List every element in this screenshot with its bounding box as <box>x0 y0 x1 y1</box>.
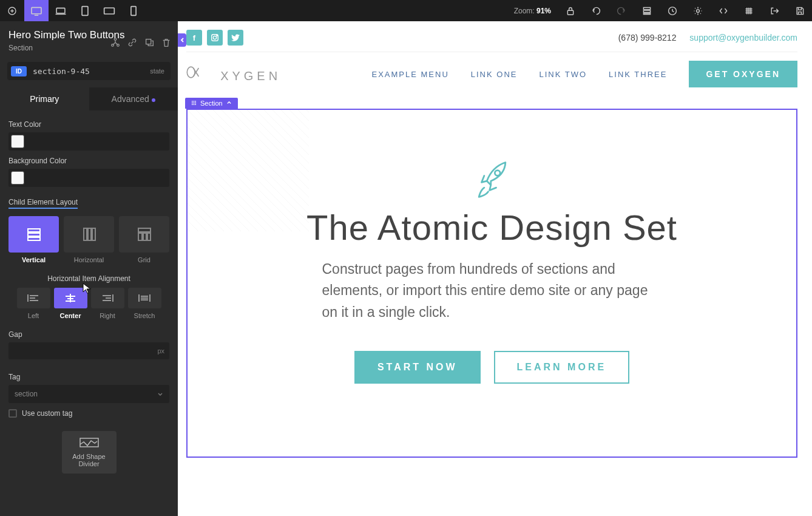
svg-rect-17 <box>28 233 40 236</box>
layout-grid-label: Grid <box>119 256 169 263</box>
align-stretch-button[interactable] <box>128 288 161 308</box>
svg-rect-7 <box>643 7 650 9</box>
tablet-portrait-button[interactable] <box>73 0 97 21</box>
gap-label: Gap <box>8 330 169 339</box>
gap-input[interactable] <box>13 347 157 355</box>
settings-button[interactable] <box>686 0 710 21</box>
start-now-button[interactable]: START NOW <box>354 351 481 384</box>
text-color-label: Text Color <box>8 120 169 129</box>
desktop-view-button[interactable] <box>24 0 49 21</box>
top-toolbar: Zoom: 91% <box>0 0 812 21</box>
svg-point-11 <box>697 9 700 12</box>
nav-link-one[interactable]: LINK ONE <box>471 70 518 79</box>
id-selector[interactable]: ID section-9-45 state <box>7 62 171 80</box>
zoom-indicator: Zoom: 91% <box>514 7 551 15</box>
link-icon[interactable] <box>127 37 138 48</box>
svg-point-40 <box>495 170 500 175</box>
align-stretch-label: Stretch <box>128 312 161 319</box>
phone-view-button[interactable] <box>121 0 146 21</box>
instagram-icon[interactable] <box>207 30 223 46</box>
svg-rect-6 <box>567 10 573 15</box>
align-left-label: Left <box>17 312 50 319</box>
section-selection-tag[interactable]: Section <box>185 98 238 109</box>
align-center-button[interactable] <box>54 288 87 308</box>
nav-link-two[interactable]: LINK TWO <box>539 70 587 79</box>
svg-rect-19 <box>84 228 87 240</box>
svg-point-30 <box>187 67 195 78</box>
nav-link-three[interactable]: LINK THREE <box>609 70 667 79</box>
laptop-view-button[interactable] <box>49 0 73 21</box>
grid-button[interactable] <box>737 0 761 21</box>
tag-select[interactable]: section <box>8 385 169 403</box>
layout-horizontal-button[interactable] <box>64 216 114 253</box>
align-right-button[interactable] <box>91 288 124 308</box>
svg-rect-1 <box>32 7 41 13</box>
tree-icon[interactable] <box>110 37 121 48</box>
svg-rect-2 <box>56 8 65 13</box>
align-left-button[interactable] <box>17 288 50 308</box>
duplicate-icon[interactable] <box>144 37 155 48</box>
svg-point-37 <box>192 104 193 105</box>
svg-rect-20 <box>88 228 91 240</box>
tab-primary[interactable]: Primary <box>0 87 89 110</box>
section-tag-label: Section <box>200 100 223 107</box>
custom-tag-checkbox[interactable]: Use custom tag <box>8 409 169 418</box>
support-email-link[interactable]: support@oxygenbuilder.com <box>689 33 797 42</box>
svg-rect-9 <box>643 13 650 15</box>
structure-button[interactable] <box>635 0 659 21</box>
svg-rect-21 <box>92 228 95 240</box>
add-element-button[interactable] <box>0 0 24 21</box>
text-color-swatch[interactable] <box>11 135 24 148</box>
layout-grid-button[interactable] <box>119 216 169 253</box>
svg-point-29 <box>217 35 217 36</box>
save-button[interactable] <box>788 0 812 21</box>
twitter-icon[interactable] <box>228 30 243 46</box>
rocket-icon <box>471 158 513 201</box>
svg-point-38 <box>194 104 195 105</box>
svg-point-32 <box>194 101 195 102</box>
tablet-landscape-button[interactable] <box>97 0 121 21</box>
gap-unit[interactable]: px <box>157 347 164 355</box>
site-logo[interactable]: OXYGEN XYGEN <box>186 64 281 84</box>
history-button[interactable] <box>660 0 685 21</box>
redo-button[interactable] <box>609 0 634 21</box>
hero-bg-pattern <box>188 110 309 231</box>
chevron-up-icon <box>226 100 232 106</box>
tab-advanced[interactable]: Advanced <box>89 87 178 110</box>
checkbox-icon <box>8 409 17 418</box>
text-color-input[interactable] <box>8 132 169 151</box>
id-value: section-9-45 <box>33 67 150 76</box>
tag-value: section <box>15 390 38 398</box>
layout-section-label: Child Element Layout <box>8 198 78 209</box>
id-badge: ID <box>11 66 27 76</box>
svg-point-31 <box>192 101 193 102</box>
bg-color-swatch[interactable] <box>11 171 24 185</box>
svg-rect-25 <box>147 233 151 240</box>
exit-button[interactable] <box>762 0 787 21</box>
add-shape-divider-button[interactable]: Add Shape Divider <box>62 431 117 474</box>
svg-rect-3 <box>82 6 88 15</box>
tag-label: Tag <box>8 373 169 381</box>
shape-divider-icon <box>66 437 113 449</box>
code-button[interactable] <box>711 0 736 21</box>
get-oxygen-button[interactable]: GET OXYGEN <box>689 61 797 87</box>
learn-more-button[interactable]: LEARN MORE <box>494 351 630 384</box>
gap-input-row: px <box>8 342 169 359</box>
bg-color-input[interactable] <box>8 169 169 187</box>
alignment-label: Horizontal Item Alignment <box>8 274 169 283</box>
delete-icon[interactable] <box>161 37 172 48</box>
undo-button[interactable] <box>584 0 608 21</box>
layout-vertical-button[interactable] <box>8 216 59 253</box>
contact-info: (678) 999-8212 support@oxygenbuilder.com <box>618 33 797 42</box>
chevron-down-icon <box>157 391 163 397</box>
svg-point-12 <box>114 38 117 41</box>
nav-example-menu[interactable]: EXAMPLE MENU <box>371 70 448 79</box>
hero-description: Construct pages from hundreds of section… <box>322 259 662 324</box>
state-label[interactable]: state <box>150 67 164 75</box>
facebook-icon[interactable]: f <box>186 30 202 46</box>
svg-point-33 <box>195 101 196 102</box>
lock-button[interactable] <box>558 0 583 21</box>
svg-rect-23 <box>138 233 142 240</box>
hero-section[interactable]: The Atomic Design Set Construct pages fr… <box>186 109 797 458</box>
layout-horizontal-label: Horizontal <box>64 256 114 263</box>
